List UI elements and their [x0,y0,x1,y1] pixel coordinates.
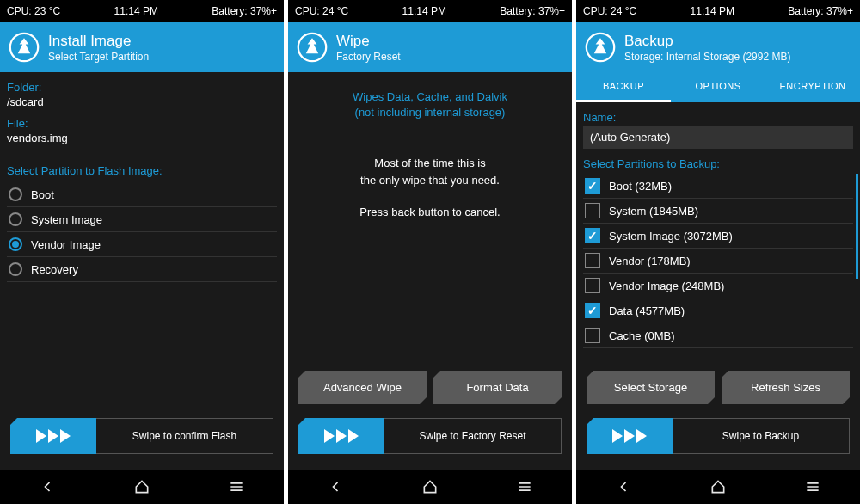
partition-checkbox-row[interactable]: Cache (0MB) [583,323,853,348]
header: Wipe Factory Reset [288,22,572,72]
page-title: Wipe [336,33,401,50]
page-subtitle: Factory Reset [336,51,401,63]
partition-label: System Image (3072MB) [609,230,733,243]
swipe-confirm-flash[interactable]: Swipe to confirm Flash [10,418,273,454]
checkbox-icon: ✓ [585,228,600,243]
clock: 11:14 PM [114,5,158,17]
partition-label: System (1845MB) [609,205,698,218]
partition-label: Data (4577MB) [609,304,685,317]
statusbar: CPU: 23 °C 11:14 PM Battery: 37%+ [0,0,284,22]
folder-value: /sdcard [7,95,277,108]
partition-label: Vendor (178MB) [609,255,691,267]
checkbox-icon [585,203,600,218]
partition-label: Recovery [31,263,78,276]
partition-checkbox-row[interactable]: ✓Boot (32MB) [583,174,853,199]
twrp-logo-icon [9,32,40,63]
name-input[interactable]: (Auto Generate) [583,126,853,149]
swipe-handle-icon [10,418,96,454]
swipe-backup[interactable]: Swipe to Backup [587,418,850,454]
battery-level: Battery: 37%+ [500,5,565,17]
partition-radio-boot[interactable]: Boot [7,182,277,207]
format-data-button[interactable]: Format Data [433,371,562,404]
statusbar: CPU: 24 °C 11:14 PM Battery: 37%+ [576,0,860,22]
partition-checkbox-row[interactable]: Vendor (178MB) [583,249,853,274]
page-subtitle: Select Target Partition [48,51,149,63]
partition-checkbox-row[interactable]: ✓System Image (3072MB) [583,224,853,249]
menu-icon[interactable] [804,478,821,495]
swipe-handle-icon [298,418,384,454]
select-partitions-label: Select Partitions to Backup: [583,157,853,170]
partition-label: Vendor Image (248MB) [609,280,724,292]
select-storage-button[interactable]: Select Storage [587,371,715,404]
partition-label: Boot [31,188,54,201]
home-icon[interactable] [133,478,150,495]
menu-icon[interactable] [228,478,245,495]
name-label: Name: [583,111,853,124]
partition-radio-system-image[interactable]: System Image [7,207,277,232]
swipe-label: Swipe to confirm Flash [96,418,273,454]
partition-radio-recovery[interactable]: Recovery [7,257,277,282]
cpu-temp: CPU: 24 °C [583,5,636,17]
header: Install Image Select Target Partition [0,22,284,72]
scrollbar-indicator[interactable] [856,174,858,279]
header: Backup Storage: Internal Storage (2992 M… [576,22,860,72]
back-icon[interactable] [327,478,344,495]
screen-wipe: CPU: 24 °C 11:14 PM Battery: 37%+ Wipe F… [288,0,572,504]
home-icon[interactable] [710,478,727,495]
back-icon[interactable] [615,478,632,495]
page-subtitle: Storage: Internal Storage (2992 MB) [624,51,790,63]
radio-icon [9,187,22,201]
tab-bar: BACKUPOPTIONSENCRYPTION [576,72,860,102]
cpu-temp: CPU: 23 °C [7,5,60,17]
checkbox-icon [585,278,600,293]
swipe-label: Swipe to Factory Reset [384,418,562,454]
radio-icon [9,212,22,226]
page-title: Backup [624,33,790,50]
navbar [288,470,572,504]
checkbox-icon [585,328,600,343]
divider [7,157,277,157]
checkbox-icon [585,253,600,268]
twrp-logo-icon [585,32,616,63]
file-value: vendors.img [7,132,277,144]
navbar [0,470,284,504]
partition-label: Vendor Image [31,238,101,251]
folder-label: Folder: [7,81,277,94]
partition-radio-vendor-image[interactable]: Vendor Image [7,232,277,257]
partition-checkbox-row[interactable]: System (1845MB) [583,199,853,224]
cpu-temp: CPU: 24 °C [295,5,348,17]
partition-radio-list: BootSystem ImageVendor ImageRecovery [7,182,277,282]
statusbar: CPU: 24 °C 11:14 PM Battery: 37%+ [288,0,572,22]
tab-options[interactable]: OPTIONS [671,72,765,102]
wipe-instruction-text: Most of the time this is the only wipe t… [295,155,565,221]
screen-install-image: CPU: 23 °C 11:14 PM Battery: 37%+ Instal… [0,0,284,504]
wipe-info-text: Wipes Data, Cache, and Dalvik (not inclu… [295,89,565,120]
advanced-wipe-button[interactable]: Advanced Wipe [298,371,427,404]
navbar [576,470,860,504]
battery-level: Battery: 37%+ [212,5,277,17]
menu-icon[interactable] [516,478,533,495]
tab-backup[interactable]: BACKUP [576,72,671,102]
clock: 11:14 PM [402,5,446,17]
home-icon[interactable] [421,478,439,495]
back-icon[interactable] [39,478,56,495]
refresh-sizes-button[interactable]: Refresh Sizes [722,371,850,404]
radio-icon [9,262,22,276]
swipe-handle-icon [587,418,673,454]
file-label: File: [7,117,277,130]
partition-checkbox-row[interactable]: ✓Data (4577MB) [583,298,853,323]
partition-checkbox-row[interactable]: Vendor Image (248MB) [583,274,853,298]
checkbox-icon: ✓ [585,178,600,194]
clock: 11:14 PM [691,5,734,17]
tab-encryption[interactable]: ENCRYPTION [765,72,860,102]
checkbox-icon: ✓ [585,303,600,318]
select-partition-label: Select Partition to Flash Image: [7,164,277,177]
swipe-factory-reset[interactable]: Swipe to Factory Reset [298,418,562,454]
twrp-logo-icon [297,32,328,63]
partition-label: System Image [31,213,102,226]
radio-icon [9,237,22,251]
swipe-label: Swipe to Backup [673,418,850,454]
partition-label: Boot (32MB) [609,180,672,193]
screen-backup: CPU: 24 °C 11:14 PM Battery: 37%+ Backup… [576,0,860,504]
partition-label: Cache (0MB) [609,329,675,342]
